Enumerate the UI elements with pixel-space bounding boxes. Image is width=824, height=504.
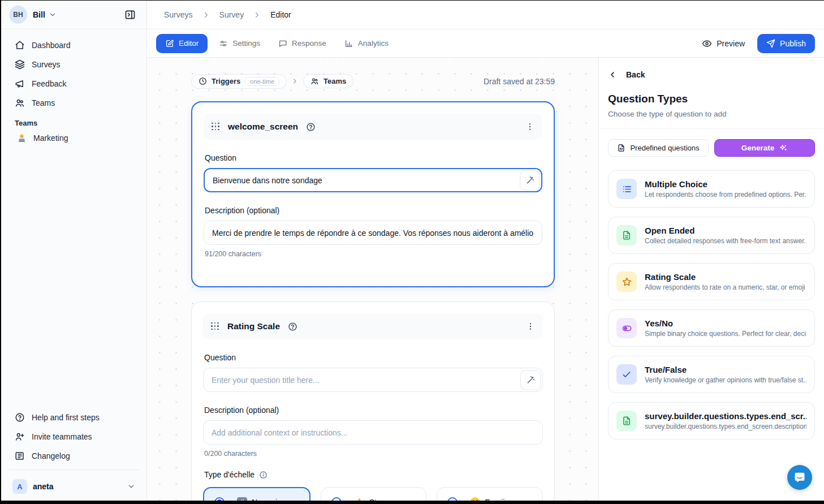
chevron-down-icon bbox=[127, 483, 135, 490]
canvas-chip-row: Triggers one-time Teams Draft sav bbox=[191, 74, 555, 89]
question-title-input[interactable] bbox=[203, 368, 543, 392]
publish-label: Publish bbox=[780, 39, 806, 48]
question-type-yes-no[interactable]: Yes/No Simple binary choice questions. P… bbox=[608, 309, 815, 347]
chevron-right-icon bbox=[291, 77, 299, 85]
panel-toggle-icon bbox=[124, 9, 136, 20]
chevron-right-icon bbox=[253, 11, 261, 19]
generate-label: Generate bbox=[741, 144, 775, 152]
ai-rewrite-button[interactable] bbox=[520, 370, 541, 390]
breadcrumb: Surveys Survey Editor bbox=[147, 1, 824, 29]
question-description-input[interactable] bbox=[204, 221, 542, 245]
editor-toolbar: Editor Settings Response Analytics bbox=[147, 29, 824, 58]
users-icon bbox=[15, 98, 25, 108]
triggers-label: Triggers bbox=[212, 77, 240, 85]
help-circle-icon[interactable] bbox=[288, 322, 297, 331]
chevron-right-icon bbox=[202, 11, 210, 19]
question-card-title: Rating Scale bbox=[227, 321, 280, 331]
ai-rewrite-button[interactable] bbox=[520, 170, 540, 190]
help-circle-icon[interactable] bbox=[306, 122, 316, 132]
ellipsis-vertical-icon[interactable] bbox=[525, 122, 534, 131]
question-field-label: Question bbox=[205, 153, 542, 162]
workspace-avatar: BH bbox=[9, 6, 27, 24]
back-button[interactable]: Back bbox=[608, 70, 815, 79]
predefined-questions-button[interactable]: Predefined questions bbox=[608, 139, 709, 157]
help-circle-icon bbox=[15, 412, 25, 423]
megaphone-icon bbox=[15, 79, 25, 89]
sidebar: BH Bill Dashboard Surv bbox=[1, 1, 147, 504]
teams-section-label: Teams bbox=[7, 113, 141, 130]
question-type-true-false[interactable]: True/False Verify knowledge or gather op… bbox=[608, 356, 815, 393]
workspace-switcher[interactable]: BH Bill bbox=[1, 1, 146, 29]
question-card-welcome-screen[interactable]: welcome_screen Question bbox=[191, 101, 555, 287]
triggers-chip[interactable]: Triggers one-time bbox=[191, 74, 287, 89]
sidebar-collapse-button[interactable] bbox=[122, 6, 139, 23]
account-menu[interactable]: A aneta bbox=[7, 475, 141, 498]
sidebar-item-feedback[interactable]: Feedback bbox=[7, 75, 141, 93]
question-card-header: welcome_screen bbox=[204, 114, 542, 140]
question-type-multiple-choice[interactable]: Multiple Choice Let respondents choose f… bbox=[608, 170, 815, 208]
chevron-left-icon bbox=[608, 70, 617, 79]
sidebar-item-invite[interactable]: Invite teammates bbox=[7, 428, 141, 446]
question-type-end-screen[interactable]: survey.builder.questions.types.end_scr..… bbox=[608, 402, 815, 440]
sidebar-item-surveys[interactable]: Surveys bbox=[7, 55, 141, 74]
breadcrumb-surveys[interactable]: Surveys bbox=[164, 10, 193, 19]
question-type-open-ended[interactable]: Open Ended Collect detailed responses wi… bbox=[608, 217, 815, 254]
question-type-title: Rating Scale bbox=[645, 272, 806, 282]
sidebar-item-teams[interactable]: Teams bbox=[7, 94, 141, 112]
document-icon bbox=[616, 411, 637, 431]
question-type-description: Let respondents choose from predefined o… bbox=[645, 191, 806, 199]
check-icon bbox=[616, 364, 637, 385]
preview-button[interactable]: Preview bbox=[702, 38, 745, 49]
ellipsis-vertical-icon[interactable] bbox=[526, 322, 535, 331]
document-icon bbox=[616, 225, 637, 245]
question-title-input[interactable] bbox=[204, 168, 542, 192]
question-card-header: Rating Scale bbox=[203, 313, 543, 339]
workspace-name: Bill bbox=[33, 10, 45, 19]
newspaper-icon bbox=[15, 451, 25, 461]
publish-button[interactable]: Publish bbox=[757, 34, 815, 53]
question-type-title: Open Ended bbox=[645, 226, 806, 235]
tab-analytics[interactable]: Analytics bbox=[338, 35, 395, 53]
draft-status: Draft saved at 23:59 bbox=[484, 77, 555, 86]
teams-chip-label: Teams bbox=[323, 77, 346, 85]
tab-label: Settings bbox=[232, 39, 260, 48]
drag-handle-icon[interactable] bbox=[211, 322, 219, 331]
trigger-type-badge: one-time bbox=[245, 77, 279, 86]
chat-bubble-icon bbox=[278, 39, 287, 48]
question-description-input[interactable] bbox=[203, 420, 543, 445]
breadcrumb-survey[interactable]: Survey bbox=[219, 10, 244, 19]
question-type-title: True/False bbox=[645, 365, 806, 374]
tab-settings[interactable]: Settings bbox=[212, 35, 267, 53]
sidebar-item-changelog[interactable]: Changelog bbox=[7, 447, 141, 465]
eye-icon bbox=[702, 38, 712, 49]
drag-handle-icon[interactable] bbox=[212, 123, 220, 131]
question-type-rating-scale[interactable]: Rating Scale Allow respondents to rate o… bbox=[608, 263, 815, 300]
account-name: aneta bbox=[33, 482, 54, 491]
magic-wand-icon bbox=[526, 376, 535, 385]
team-name: Marketing bbox=[33, 133, 68, 143]
question-card-rating-scale[interactable]: Rating Scale Question bbox=[191, 301, 555, 504]
back-label: Back bbox=[626, 70, 645, 79]
sidebar-item-label: Invite teammates bbox=[32, 432, 92, 441]
tab-editor[interactable]: Editor bbox=[156, 34, 208, 53]
generate-button[interactable]: Generate bbox=[714, 139, 815, 157]
question-type-description: Simple binary choice questions. Perfect … bbox=[645, 330, 806, 338]
sidebar-item-dashboard[interactable]: Dashboard bbox=[7, 36, 141, 54]
preview-label: Preview bbox=[717, 39, 745, 48]
question-type-description: Allow respondents to rate on a numeric, … bbox=[645, 283, 806, 291]
sidebar-item-help[interactable]: Help and first steps bbox=[7, 408, 141, 427]
question-field-label: Question bbox=[204, 353, 543, 362]
tab-response[interactable]: Response bbox=[271, 35, 333, 53]
file-code-icon bbox=[617, 144, 625, 152]
technologist-emoji-icon bbox=[17, 133, 27, 143]
magic-wand-icon bbox=[525, 176, 534, 185]
scale-type-label: Type d'échelle bbox=[204, 470, 254, 479]
pencil-square-icon bbox=[165, 39, 174, 48]
chat-launcher-button[interactable] bbox=[787, 465, 812, 490]
question-type-title: Multiple Choice bbox=[645, 179, 806, 189]
teams-chip[interactable]: Teams bbox=[303, 74, 353, 88]
sidebar-item-team-marketing[interactable]: Marketing bbox=[7, 130, 141, 147]
panel-subtitle: Choose the type of question to add bbox=[608, 110, 815, 118]
screen-bottom-bar bbox=[1, 501, 824, 504]
sidebar-item-label: Changelog bbox=[32, 451, 70, 460]
